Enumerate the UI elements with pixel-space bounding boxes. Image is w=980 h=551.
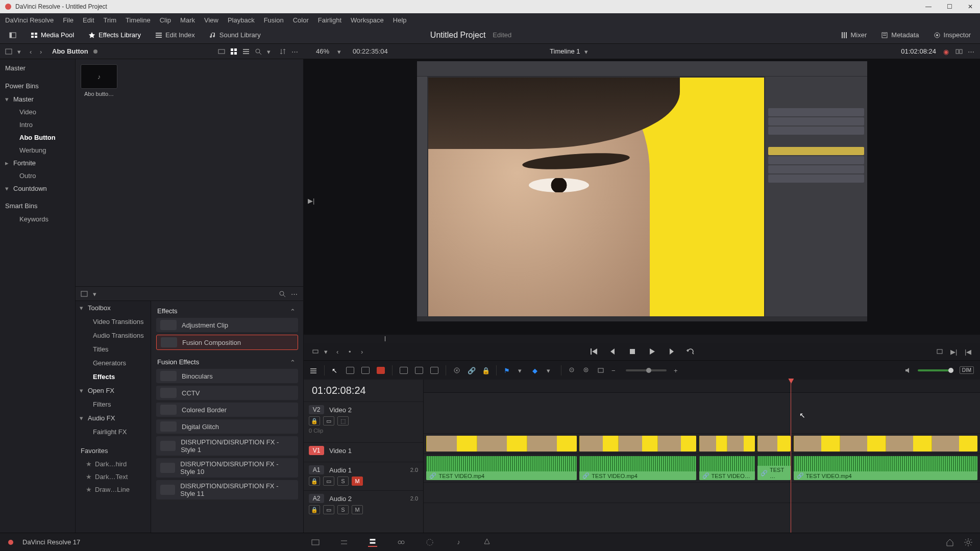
marker-icon[interactable]: ◆ xyxy=(532,367,540,374)
chevron-down-icon[interactable]: ▾ xyxy=(93,290,100,297)
track-tag[interactable]: A1 xyxy=(309,465,324,474)
track-enable-button[interactable]: ▭ xyxy=(323,477,334,486)
nav-titles[interactable]: Titles xyxy=(76,342,151,356)
metadata-button[interactable]: Metadata xyxy=(877,29,923,41)
trim-tool[interactable] xyxy=(346,367,354,374)
chevron-down-icon[interactable]: ▾ xyxy=(17,48,24,55)
menu-file[interactable]: File xyxy=(63,16,74,24)
page-fairlight[interactable]: ♪ xyxy=(454,538,463,547)
track-lane-v2[interactable] xyxy=(424,393,980,434)
volume-slider[interactable] xyxy=(918,369,953,371)
track-tag[interactable]: A2 xyxy=(309,494,324,503)
fx-adjustment-clip[interactable]: Adjustment Clip xyxy=(156,318,298,332)
media-pool-button[interactable]: Media Pool xyxy=(27,29,78,41)
track-lock-button[interactable]: 🔒 xyxy=(309,416,320,425)
mixer-button[interactable]: Mixer xyxy=(837,29,871,41)
home-icon[interactable] xyxy=(945,538,954,547)
fx-digital-glitch[interactable]: Digital Glitch xyxy=(156,419,298,434)
page-deliver[interactable] xyxy=(482,538,492,547)
chevron-down-icon[interactable]: ▾ xyxy=(267,48,274,55)
track-lane-v1[interactable] xyxy=(424,434,980,454)
menu-playback[interactable]: Playback xyxy=(228,16,255,24)
menu-color[interactable]: Color xyxy=(293,16,309,24)
fx-cctv[interactable]: CCTV xyxy=(156,386,298,400)
track-enable-button[interactable]: ▭ xyxy=(323,416,334,425)
nav-back-button[interactable]: ‹ xyxy=(30,48,37,55)
menu-view[interactable]: View xyxy=(204,16,218,24)
maximize-button[interactable]: ☐ xyxy=(944,2,955,11)
page-fusion[interactable] xyxy=(397,538,406,547)
dual-view-icon[interactable] xyxy=(955,48,963,55)
menu-clip[interactable]: Clip xyxy=(160,16,171,24)
menu-help[interactable]: Help xyxy=(393,16,407,24)
page-media[interactable] xyxy=(311,538,320,547)
solo-button[interactable]: S xyxy=(337,477,349,486)
pointer-tool[interactable]: ↖ xyxy=(332,367,339,374)
chevron-down-icon[interactable]: ▾ xyxy=(518,367,525,374)
audiofx-header[interactable]: ▾Audio FX xyxy=(76,411,151,425)
fav-item[interactable]: ★Dark…Text xyxy=(76,470,151,483)
nav-effects[interactable]: Effects xyxy=(76,370,151,384)
page-cut[interactable] xyxy=(339,538,349,547)
replace-tool[interactable] xyxy=(430,367,438,374)
bin-fortnite[interactable]: ▸Fortnite xyxy=(0,157,75,169)
track-enable-button[interactable]: ▭ xyxy=(323,505,334,514)
dynamic-trim-icon[interactable] xyxy=(453,367,460,374)
sound-library-button[interactable]: Sound Library xyxy=(205,29,265,41)
nav-audio-transitions[interactable]: Audio Transitions xyxy=(76,329,151,342)
next-edit-icon[interactable]: › xyxy=(361,348,368,355)
loop-button[interactable] xyxy=(686,347,695,356)
view-list-icon[interactable] xyxy=(242,48,250,55)
fx-disruption-1[interactable]: DISRUPTION/DISRUPTION FX - Style 1 xyxy=(156,436,298,456)
step-fwd-button[interactable] xyxy=(667,347,676,356)
search-icon[interactable] xyxy=(255,48,262,55)
bin-intro[interactable]: Intro xyxy=(0,118,75,131)
chevron-down-icon[interactable]: ▾ xyxy=(547,367,554,374)
zoom-in-icon[interactable] xyxy=(583,367,590,374)
stop-button[interactable] xyxy=(628,347,637,356)
viewer-zoom[interactable]: 46% xyxy=(316,47,329,55)
master-bin[interactable]: Master xyxy=(0,61,75,75)
zoom-fit-icon[interactable] xyxy=(597,367,604,374)
blade-tool[interactable] xyxy=(361,367,370,374)
track-header-a1[interactable]: A1 Audio 1 2.0 🔒 ▭ S M xyxy=(304,462,423,490)
edit-index-button[interactable]: Edit Index xyxy=(151,29,199,41)
nav-generators[interactable]: Generators xyxy=(76,356,151,370)
fav-item[interactable]: ★Draw…Line xyxy=(76,483,151,496)
layout-icon[interactable] xyxy=(5,48,12,55)
chevron-down-icon[interactable]: ▾ xyxy=(324,348,331,355)
step-fwd-icon[interactable]: ▶| xyxy=(308,197,315,204)
layout-icon[interactable] xyxy=(81,290,88,297)
more-icon[interactable]: ⋯ xyxy=(291,290,298,297)
bin-countdown[interactable]: ▾Countdown xyxy=(0,182,75,195)
lock-icon[interactable]: 🔒 xyxy=(482,367,489,374)
track-tag[interactable]: V2 xyxy=(309,405,324,414)
volume-icon[interactable] xyxy=(904,367,912,374)
go-start-button2[interactable]: |◀ xyxy=(965,348,972,355)
chevron-up-icon[interactable]: ⌃ xyxy=(290,308,297,315)
page-color[interactable] xyxy=(425,538,434,547)
view-grid-icon[interactable] xyxy=(230,48,237,55)
more-icon[interactable]: ⋯ xyxy=(291,48,299,55)
dim-button[interactable]: DIM xyxy=(960,366,974,374)
effects-library-button[interactable]: Effects Library xyxy=(84,29,145,41)
track-lock-button[interactable]: 🔒 xyxy=(309,477,320,486)
chevron-down-icon[interactable]: ▾ xyxy=(337,48,345,55)
nav-filters[interactable]: Filters xyxy=(76,397,151,411)
fx-binoculars[interactable]: Binoculars xyxy=(156,369,298,383)
fx-disruption-11[interactable]: DISRUPTION/DISRUPTION FX - Style 11 xyxy=(156,480,298,499)
track-tag[interactable]: V1 xyxy=(309,446,324,455)
blade-all-tool[interactable] xyxy=(377,367,385,374)
chevron-up-icon[interactable]: ⌃ xyxy=(290,359,297,366)
solo-button[interactable]: S xyxy=(337,505,349,514)
go-end-button[interactable]: ▶| xyxy=(950,348,958,355)
chevron-down-icon[interactable]: ▾ xyxy=(584,48,592,55)
fx-disruption-10[interactable]: DISRUPTION/DISRUPTION FX - Style 10 xyxy=(156,458,298,478)
media-clip[interactable]: ♪ Abo butto… xyxy=(81,64,117,97)
bin-outro[interactable]: Outro xyxy=(0,169,75,182)
timeline-name[interactable]: Timeline 1 xyxy=(550,47,580,55)
fav-item[interactable]: ★Dark…hird xyxy=(76,458,151,470)
bin-master[interactable]: ▾Master xyxy=(0,93,75,106)
go-start-button[interactable] xyxy=(589,347,598,356)
match-frame-icon[interactable] xyxy=(936,348,943,355)
